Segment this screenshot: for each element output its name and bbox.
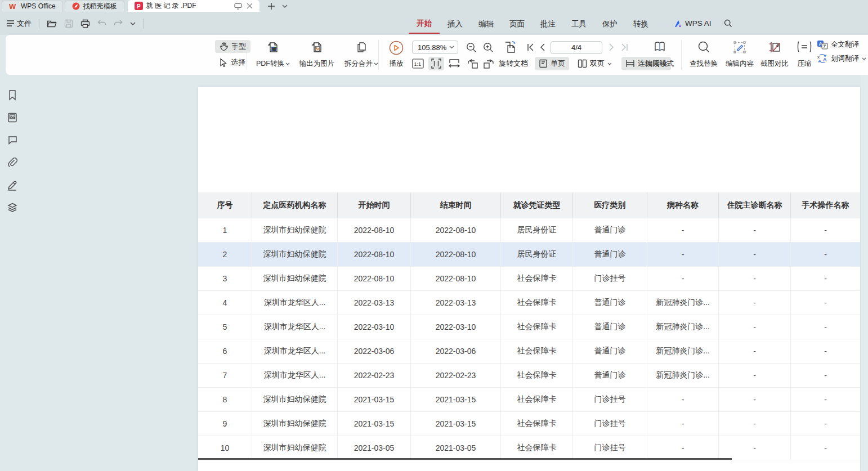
tab-docer[interactable]: 找稻壳模板 — [65, 0, 124, 12]
vertical-scrollbar[interactable] — [861, 75, 868, 471]
read-mode-button[interactable]: 阅读模式 — [642, 39, 678, 71]
export-image-button[interactable]: 输出为图片 — [296, 39, 338, 71]
wps-ai-button[interactable]: WPS AI — [667, 19, 718, 28]
redo-icon[interactable] — [114, 20, 123, 28]
divider — [143, 19, 144, 29]
table-cell: 2022-08-10 — [338, 267, 411, 291]
find-replace-button[interactable]: 查找替换 — [685, 39, 722, 71]
rotate-left-icon[interactable] — [467, 59, 478, 69]
select-tool-button[interactable]: 选择 — [215, 56, 250, 69]
zoom-level-value: 105.88% — [418, 43, 446, 52]
thumbnail-icon[interactable] — [7, 112, 18, 123]
menu-item-2[interactable]: 编辑 — [471, 14, 502, 33]
file-menu-button[interactable]: 文件 — [7, 19, 32, 29]
svg-text:A: A — [823, 57, 827, 62]
zoom-out-icon[interactable] — [466, 42, 477, 53]
table-cell: 新冠肺炎门诊... — [647, 364, 719, 388]
single-page-button[interactable]: 单页 — [535, 57, 569, 70]
menu-item-7[interactable]: 转换 — [625, 14, 656, 33]
tab-label: 找稻壳模板 — [83, 2, 117, 11]
table-cell: 2021-03-05 — [411, 436, 501, 460]
table-row: 10深圳市妇幼保健院2021-03-052021-03-05社会保障卡门诊挂号-… — [198, 436, 860, 460]
bookmark-icon[interactable] — [7, 89, 18, 101]
table-cell: 深圳市妇幼保健院 — [252, 243, 338, 267]
table-cell: 居民身份证 — [501, 218, 573, 243]
book-icon — [653, 41, 666, 53]
new-tab-icon[interactable] — [267, 2, 275, 10]
fit-width-icon[interactable] — [449, 59, 460, 69]
pdf-convert-button[interactable]: W PDF转换 — [250, 39, 296, 71]
menu-item-4[interactable]: 批注 — [533, 14, 563, 33]
menu-item-5[interactable]: 工具 — [563, 14, 594, 33]
comment-icon[interactable] — [7, 134, 18, 146]
page-number-input[interactable]: 4/4 — [551, 41, 602, 54]
rotate-doc-label[interactable]: 旋转文档 — [499, 59, 528, 69]
double-page-button[interactable]: 双页 — [574, 57, 616, 70]
tab-document-active[interactable]: P 就 医 记 录 .PDF — [128, 0, 259, 12]
open-folder-icon[interactable] — [47, 19, 57, 28]
cursor-arrow-icon — [220, 58, 227, 67]
pdf-page[interactable]: 序号定点医药机构名称开始时间结束时间就诊凭证类型医疗类别病种名称住院主诊断名称手… — [198, 87, 860, 471]
present-monitor-icon[interactable] — [234, 3, 242, 10]
table-row: 6深圳市龙华区人...2022-03-062022-03-06社会保障卡普通门诊… — [198, 339, 860, 364]
last-page-icon[interactable] — [621, 43, 628, 51]
attachment-icon[interactable] — [7, 157, 18, 168]
undo-icon[interactable] — [97, 20, 106, 28]
close-tab-icon[interactable] — [247, 3, 253, 9]
table-cell: 住院主诊断名称 — [719, 192, 791, 218]
word-translate-label: 划词翻译 — [831, 54, 859, 64]
swap-pages-icon[interactable] — [503, 41, 518, 54]
table-cell: 医疗类别 — [573, 192, 647, 218]
hamburger-icon — [7, 20, 14, 26]
table-cell: - — [791, 243, 860, 267]
edit-content-button[interactable]: 编辑内容 — [722, 39, 757, 71]
table-cell: - — [719, 388, 791, 412]
chevron-down-icon — [862, 57, 866, 60]
svg-text:x: x — [817, 55, 820, 60]
screenshot-compare-icon — [768, 41, 781, 54]
print-icon[interactable] — [80, 19, 90, 28]
full-translate-icon: A — [817, 40, 828, 50]
menu-item-3[interactable]: 页面 — [502, 14, 533, 33]
full-translate-button[interactable]: A 全文翻译 — [817, 40, 866, 50]
table-cell: - — [791, 218, 860, 243]
more-quick-chevron-icon[interactable] — [130, 22, 136, 25]
left-panel-rail — [0, 75, 25, 471]
actual-size-icon[interactable]: 1:1 — [412, 59, 424, 69]
next-page-icon[interactable] — [609, 43, 614, 51]
table-cell: - — [791, 412, 860, 436]
table-row: 3深圳市妇幼保健院2022-08-102022-08-10社会保障卡门诊挂号--… — [198, 267, 860, 291]
divider — [39, 19, 39, 29]
tab-list-chevron-icon[interactable] — [282, 5, 288, 8]
select-tool-label: 选择 — [231, 57, 245, 68]
sign-pen-icon[interactable] — [7, 180, 18, 191]
menu-item-0[interactable]: 开始 — [409, 14, 440, 34]
play-button[interactable]: 播放 — [383, 39, 410, 71]
save-icon[interactable] — [64, 19, 73, 28]
screenshot-compare-button[interactable]: 截图对比 — [757, 39, 792, 71]
table-cell: 普通门诊 — [573, 315, 647, 339]
document-viewport: 序号定点医药机构名称开始时间结束时间就诊凭证类型医疗类别病种名称住院主诊断名称手… — [0, 75, 868, 471]
fit-page-button[interactable] — [428, 57, 444, 70]
layers-icon[interactable] — [7, 202, 18, 213]
hand-tool-button[interactable]: 手型 — [215, 40, 250, 53]
zoom-level-combobox[interactable]: 105.88% — [412, 41, 458, 54]
menu-item-1[interactable]: 插入 — [440, 14, 471, 33]
window-tab-bar: W WPS Office 找稻壳模板 P 就 医 记 录 .PDF — [0, 0, 868, 12]
split-merge-button[interactable]: 拆分合并 — [338, 39, 384, 71]
table-cell: 深圳市龙华区人... — [252, 315, 338, 339]
tab-wps-office[interactable]: W WPS Office — [2, 0, 63, 12]
table-cell: 1 — [198, 218, 252, 243]
prev-page-icon[interactable] — [540, 43, 545, 51]
compress-button[interactable]: 压缩 — [792, 39, 817, 71]
rotate-right-icon[interactable] — [483, 59, 494, 69]
menu-search-button[interactable] — [718, 19, 738, 28]
first-page-icon[interactable] — [527, 43, 534, 51]
table-cell: 普通门诊 — [573, 218, 647, 243]
menu-item-6[interactable]: 保护 — [594, 14, 625, 33]
table-cell: 普通门诊 — [573, 339, 647, 364]
zoom-in-icon[interactable] — [483, 42, 494, 53]
word-translate-button[interactable]: xA 划词翻译 — [817, 53, 866, 64]
table-cell: 门诊挂号 — [573, 388, 647, 412]
table-cell: - — [719, 291, 791, 315]
